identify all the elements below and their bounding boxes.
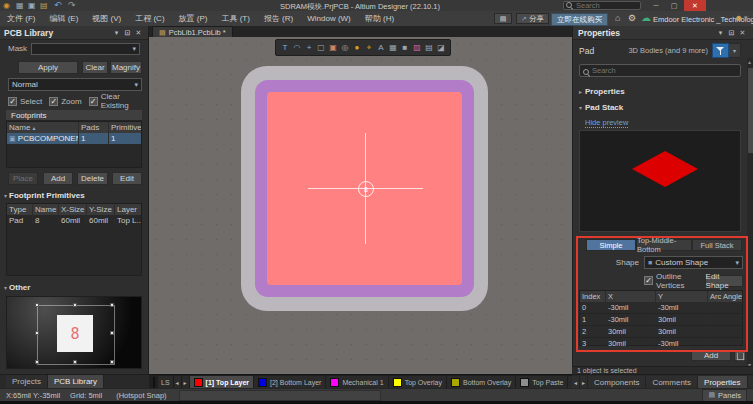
select-tool-icon[interactable]: T [279, 42, 291, 53]
user-icon[interactable]: ☻ [734, 13, 743, 23]
menu-file[interactable]: 文件 (F) [0, 13, 42, 24]
tab-components[interactable]: Components [588, 376, 646, 389]
dock-scroll-left-button[interactable]: ◂ [572, 376, 580, 389]
layer-scroll-left-button[interactable]: ◂ [174, 376, 182, 388]
menu-project[interactable]: 工程 (C) [128, 13, 171, 24]
col-arc-angle[interactable]: Arc Angle (Ne... [708, 291, 742, 302]
col-ysize[interactable]: Y-Size [87, 204, 115, 215]
delete-footprint-button[interactable]: Delete [77, 172, 108, 185]
col-index[interactable]: Index [580, 291, 606, 302]
magnify-button[interactable]: Magnify [110, 61, 142, 74]
body3d-tool-icon[interactable]: ◪ [435, 42, 447, 53]
menu-reports[interactable]: 报告 (R) [257, 13, 300, 24]
panel-pin-icon[interactable]: ⊡ [122, 28, 133, 38]
col-primitives[interactable]: Primitives [109, 122, 141, 133]
col-y[interactable]: Y [656, 291, 708, 302]
pcb-canvas[interactable]: T ◠ + ▢ ▣ ◎ ● ⌖ A ▦ ■ ▨ ▤ ◪ 8 [149, 37, 572, 374]
properties-scrollbar[interactable]: ▴ ▾ [747, 58, 753, 368]
filter-button[interactable] [712, 43, 729, 58]
layer-set-button[interactable]: LS [158, 376, 174, 388]
tab-simple[interactable]: Simple [586, 239, 636, 251]
filter-mode-dropdown[interactable]: Normal ▾ [8, 78, 142, 91]
share-button[interactable]: ↗ 分享 [516, 13, 549, 24]
panel-menu-icon[interactable]: ▾ [111, 28, 122, 38]
comment-button[interactable]: ▤ [494, 13, 512, 24]
other-section-header[interactable]: ▾ Other [4, 282, 30, 292]
tab-projects[interactable]: Projects [6, 375, 48, 388]
panel-menu-icon[interactable]: ▾ [715, 28, 726, 38]
line-tool-icon[interactable]: + [303, 42, 315, 53]
round-pad-tool-icon[interactable]: ● [351, 42, 363, 53]
layer-tab-bottom-layer[interactable]: [2] Bottom Layer [254, 376, 326, 388]
vertex-row[interactable]: 1 -30mil 30mil [580, 314, 742, 326]
gear-icon[interactable]: ⚙ [628, 13, 636, 23]
vertex-row[interactable]: 0 -30mil -30mil [580, 302, 742, 314]
add-vertex-button[interactable]: Add [691, 349, 731, 361]
open-icon[interactable]: ▤ [40, 1, 48, 10]
pad-tool-icon[interactable]: ▣ [327, 42, 339, 53]
menu-view[interactable]: 视图 (V) [85, 13, 128, 24]
via-tool-icon[interactable]: ◎ [339, 42, 351, 53]
array-tool-icon[interactable]: ▦ [387, 42, 399, 53]
maximize-button[interactable]: ▢ [666, 0, 682, 11]
rect-tool-icon[interactable]: ▢ [315, 42, 327, 53]
arc-tool-icon[interactable]: ◠ [291, 42, 303, 53]
tab-comments[interactable]: Comments [646, 376, 698, 389]
scroll-up-icon[interactable]: ▴ [748, 58, 751, 65]
layer-tab-top-overlay[interactable]: Top Overlay [389, 376, 447, 388]
layer-tab-top-paste[interactable]: Top Paste [516, 376, 568, 388]
filter-scope-label[interactable]: 3D Bodies (and 9 more) [628, 46, 708, 55]
footprint-primitives-section-header[interactable]: ▾ Footprint Primitives [4, 190, 85, 200]
col-pads[interactable]: Pads [79, 122, 109, 133]
fill-tool-icon[interactable]: ■ [399, 42, 411, 53]
menu-window[interactable]: Window (W) [300, 14, 358, 23]
panels-button[interactable]: ▤ Panels [702, 389, 747, 402]
properties-section-header[interactable]: ▸ Properties [579, 86, 625, 96]
user-caret-icon[interactable]: ▾ [744, 14, 748, 22]
outline-vertices-checkbox[interactable]: ✓ [644, 276, 653, 285]
save-icon[interactable]: ▦ [16, 1, 24, 10]
copy-icon[interactable]: ▣ [28, 1, 36, 10]
shape-dropdown[interactable]: ■ Custom Shape ▾ [644, 256, 743, 269]
close-button[interactable]: ✕ [684, 0, 706, 11]
titlebar-search-input[interactable] [563, 1, 641, 10]
tab-pcb-library[interactable]: PCB Library [48, 375, 104, 388]
menu-tools[interactable]: 工具 (T) [214, 13, 256, 24]
clear-button[interactable]: Clear [82, 61, 108, 74]
undo-icon[interactable]: ↶ [54, 0, 62, 10]
col-type[interactable]: Type [7, 204, 33, 215]
layer-tab-mechanical-1[interactable]: Mechanical 1 [326, 376, 388, 388]
footprint-row[interactable]: ▣ PCBCOMPONENT_1 1 1 [7, 133, 141, 144]
titlebar-search[interactable] [563, 1, 641, 10]
mask-dropdown[interactable]: ▾ [31, 43, 140, 55]
tab-messages[interactable]: Messages [748, 376, 753, 389]
pad-stack-section-header[interactable]: ▾ Pad Stack [579, 102, 623, 112]
tab-full-stack[interactable]: Full Stack [692, 239, 742, 251]
layer-tab-bottom-overlay[interactable]: Bottom Overlay [447, 376, 516, 388]
layer-scroll-right-button[interactable]: ▸ [182, 376, 190, 388]
panel-close-icon[interactable]: ✕ [133, 28, 144, 38]
add-footprint-button[interactable]: Add [43, 172, 73, 185]
delete-vertex-button[interactable] [734, 349, 746, 361]
properties-search-input[interactable] [579, 64, 741, 77]
buy-online-button[interactable]: 立即在线购买 [551, 13, 608, 26]
region-tool-icon[interactable]: ▨ [411, 42, 423, 53]
minimize-button[interactable]: ─ [648, 0, 664, 11]
layer-tab-top-layer[interactable]: [1] Top Layer [190, 376, 254, 388]
menu-help[interactable]: 帮助 (H) [358, 13, 401, 24]
ruler-tool-icon[interactable]: ▤ [423, 42, 435, 53]
edit-shape-button[interactable]: Edit Shape [705, 275, 743, 287]
apply-button[interactable]: Apply [18, 61, 78, 74]
col-layer[interactable]: Layer [115, 204, 141, 215]
panel-close-icon[interactable]: ✕ [737, 28, 748, 38]
panel-pin-icon[interactable]: ⊡ [726, 28, 737, 38]
col-x[interactable]: X [606, 291, 656, 302]
home-icon[interactable]: ⌂ [615, 13, 620, 23]
pin-tool-icon[interactable]: ⌖ [363, 42, 375, 53]
redo-icon[interactable]: ↷ [68, 0, 76, 10]
clear-existing-checkbox[interactable]: ✓ [89, 97, 98, 106]
select-checkbox[interactable]: ✓ [8, 97, 17, 106]
col-name[interactable]: Name ▴ [7, 122, 79, 133]
vertex-row[interactable]: 3 30mil -30mil [580, 338, 742, 349]
hide-preview-link[interactable]: Hide preview [585, 118, 628, 128]
